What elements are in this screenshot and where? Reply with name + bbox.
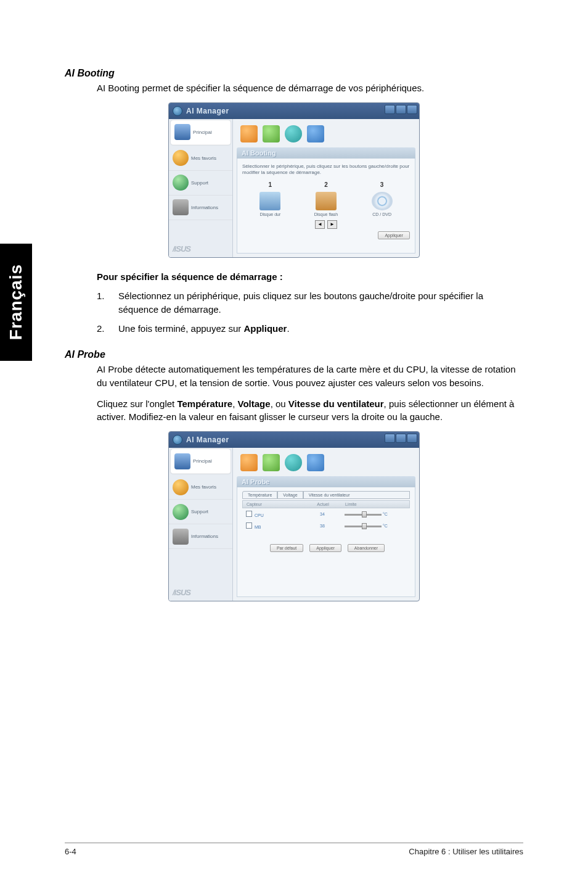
step-1-num: 1.: [97, 289, 118, 316]
minimize-button[interactable]: [385, 105, 395, 114]
probe-table-head: Capteur Actuel Limite: [242, 500, 410, 508]
ai-booting-title: AI Booting: [65, 68, 523, 79]
apply-button-probe[interactable]: Appliquer: [309, 544, 341, 552]
p2-b2: Voltage: [238, 398, 271, 409]
boot-grid: 1 Disque dur 2 Disque flash: [242, 180, 410, 217]
principal-icon: [174, 124, 190, 140]
titlebar-text-probe: AI Manager: [186, 435, 229, 444]
p2-m1: ,: [232, 398, 237, 409]
sidebar-label-informations: Informations: [191, 205, 218, 210]
ai-probe-title: AI Probe: [65, 349, 523, 360]
sidebar-label-support: Support: [191, 180, 208, 186]
probe-buttons: Par défaut Appliquer Abandonner: [242, 544, 410, 552]
tab-fan[interactable]: Vitesse du ventilateur: [303, 491, 410, 499]
chapter-title: Chapitre 6 : Utiliser les utilitaires: [409, 847, 523, 856]
checkbox-mb[interactable]: [246, 522, 252, 529]
row2-slider-cell: °C: [341, 522, 410, 529]
app-body-probe: Principal Mes favoris Support Infor: [169, 448, 419, 601]
cancel-button[interactable]: Abandonner: [348, 544, 385, 552]
p2-b3: Vitesse du ventilateur: [288, 398, 384, 409]
sidebar-item-support-probe[interactable]: Support: [169, 500, 232, 524]
sidebar-item-support[interactable]: Support: [169, 171, 232, 196]
sidebar-item-principal-probe[interactable]: Principal: [171, 449, 231, 474]
sidebar-probe: Principal Mes favoris Support Infor: [169, 448, 233, 601]
principal-icon-probe: [174, 453, 190, 469]
ai-manager-window-probe: AI Manager Principal: [168, 431, 420, 601]
sidebar-item-favoris-probe[interactable]: Mes favoris: [169, 475, 232, 500]
maximize-button[interactable]: [396, 105, 406, 114]
sidebar-item-informations-probe[interactable]: Informations: [169, 524, 232, 549]
section-ai-probe: AI Probe AI Probe détecte automatiquemen…: [65, 349, 523, 601]
ai-manager-window: AI Manager Principal: [168, 102, 420, 258]
step-2-text: Une fois terminé, appuyez sur Appliquer.: [118, 322, 290, 336]
window-controls: [385, 105, 417, 114]
toolbar-icon-3[interactable]: [285, 125, 302, 142]
arrow-left-button[interactable]: ◄: [315, 220, 325, 229]
panel-header-probe: AI Probe: [237, 476, 415, 487]
sidebar-item-principal[interactable]: Principal: [171, 120, 231, 145]
row1-name: CPU: [255, 513, 264, 518]
ai-probe-screenshot: AI Manager Principal: [65, 431, 523, 601]
panel-body-probe: Température Voltage Vitesse du ventilate…: [237, 487, 415, 597]
toolbar-icon-1[interactable]: [240, 125, 258, 142]
toolbar-icon-1-probe[interactable]: [240, 454, 258, 471]
favoris-icon-probe: [173, 479, 189, 495]
row2-val: 38: [304, 522, 341, 529]
sidebar-item-favoris[interactable]: Mes favoris: [169, 146, 232, 171]
boot-num-1: 1: [248, 181, 292, 188]
flash-icon: [316, 192, 337, 210]
step-2-pre: Une fois terminé, appuyez sur: [118, 323, 243, 334]
slider-thumb-mb[interactable]: [362, 523, 367, 529]
ai-probe-para1: AI Probe détecte automatiquement les tem…: [97, 363, 523, 390]
main-area: AI Booting Sélectionner le périphérique,…: [233, 119, 419, 257]
step-2-post: .: [287, 323, 289, 334]
boot-col-1[interactable]: 1 Disque dur: [248, 181, 292, 217]
toolbar-icon-3-probe[interactable]: [285, 454, 302, 471]
apply-row: Appliquer: [242, 231, 410, 239]
col-limit: Limite: [341, 501, 409, 508]
toolbar-icon-4[interactable]: [307, 125, 324, 142]
step-2-bold: Appliquer: [243, 323, 287, 334]
toolbar-icon-4-probe[interactable]: [307, 454, 324, 471]
arrow-right-button[interactable]: ►: [327, 220, 337, 229]
toolbar-icon-2-probe[interactable]: [263, 454, 280, 471]
slider-thumb-cpu[interactable]: [362, 511, 367, 518]
slider-cpu[interactable]: [345, 514, 382, 516]
minimize-button-probe[interactable]: [385, 434, 395, 443]
booting-helper: Sélectionner le périphérique, puis cliqu…: [242, 161, 410, 180]
tab-temperature[interactable]: Température: [242, 491, 277, 499]
sidebar-label-support-probe: Support: [191, 509, 208, 514]
slider-mb[interactable]: [345, 526, 382, 527]
favoris-icon: [173, 150, 189, 166]
ai-booting-screenshot: AI Manager Principal: [65, 102, 523, 258]
boot-label-2: Disque flash: [304, 212, 348, 217]
p2-pre: Cliquez sur l'onglet: [97, 398, 177, 409]
arrows-row: ◄ ►: [242, 220, 410, 229]
step-1: 1. Sélectionnez un périphérique, puis cl…: [97, 289, 523, 316]
checkbox-cpu[interactable]: [246, 511, 252, 517]
instructions-heading: Pour spécifier la séquence de démarrage …: [97, 271, 523, 282]
informations-icon-probe: [173, 529, 189, 545]
close-button[interactable]: [407, 105, 417, 114]
boot-label-1: Disque dur: [248, 212, 292, 217]
toolbar-icon-2[interactable]: [263, 125, 280, 142]
apply-button[interactable]: Appliquer: [378, 231, 410, 239]
sidebar-item-informations[interactable]: Informations: [169, 196, 232, 220]
support-icon-probe: [173, 504, 189, 520]
titlebar: AI Manager: [169, 103, 419, 119]
boot-col-2[interactable]: 2 Disque flash: [304, 181, 348, 217]
tabs-row: Température Voltage Vitesse du ventilate…: [242, 491, 410, 499]
section-ai-booting: AI Booting AI Booting permet de spécifie…: [65, 68, 523, 336]
sidebar: Principal Mes favoris Support Infor: [169, 119, 233, 257]
toolbar: [237, 123, 415, 147]
close-button-probe[interactable]: [407, 434, 417, 443]
tab-voltage[interactable]: Voltage: [277, 491, 303, 499]
boot-col-3[interactable]: 3 CD / DVD: [361, 181, 404, 217]
row1-name-cell: CPU: [242, 510, 304, 519]
app-body: Principal Mes favoris Support Infor: [169, 119, 419, 257]
maximize-button-probe[interactable]: [396, 434, 406, 443]
step-2: 2. Une fois terminé, appuyez sur Appliqu…: [97, 322, 523, 336]
row1-val: 34: [304, 511, 341, 518]
default-button[interactable]: Par défaut: [270, 544, 303, 552]
page-content: AI Booting AI Booting permet de spécifie…: [0, 0, 588, 887]
